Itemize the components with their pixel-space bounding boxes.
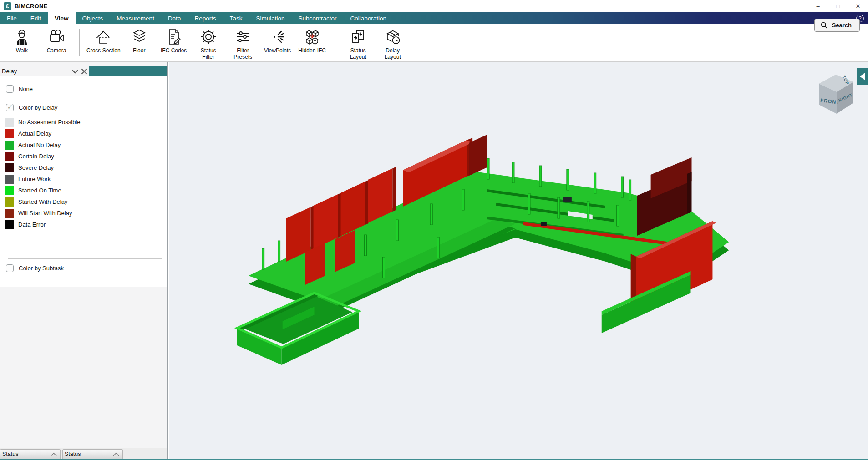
toolbar-button[interactable]: ViewPoints [260,27,295,54]
menu-item[interactable]: Task [223,12,249,24]
status-panel-header[interactable]: Status [62,449,123,459]
legend-row: Started On Time [0,185,167,196]
menu-item[interactable]: Subcontractor [292,12,344,24]
toolbar-label: Status Filter [201,47,216,61]
panel-header-accent [89,66,167,76]
menu-item[interactable]: Reports [188,12,223,24]
chevron-up-icon [51,452,57,456]
navigation-cube[interactable]: TOP FRONT RIGHT [814,68,858,118]
toolbar-icon [268,27,288,47]
toolbar-button[interactable]: Filter Presets [226,27,260,61]
toolbar: Walk Camera Cross Section Floor IFC Code… [0,24,868,62]
toolbar-label: Hidden IFC [298,47,326,54]
legend-label: No Assesment Possible [18,119,81,126]
color-by-subtask-checkbox[interactable] [6,264,14,272]
toolbar-button[interactable]: Status Filter [191,27,226,61]
status-panel-label: Status [2,451,18,457]
viewport-3d[interactable]: TOP FRONT RIGHT [169,62,868,459]
maximize-button[interactable]: □ [828,0,848,12]
menu-item[interactable]: Measurement [110,12,161,24]
color-by-subtask-option[interactable]: Color by Subtask [0,261,167,275]
app-title: BIMCRONE [15,3,47,10]
legend-label: Actual Delay [18,130,51,137]
legend-color-swatch [5,141,14,150]
status-panel-label: Status [65,451,81,457]
status-panel-header[interactable]: Status [0,449,61,459]
toolbar-icon [348,27,368,47]
legend-color-swatch [5,197,14,207]
legend-label: Will Start With Delay [18,210,72,217]
color-by-delay-checkbox[interactable] [6,104,14,111]
toolbar-button[interactable]: IFC Codes [157,27,191,54]
toolbar-label: ViewPoints [264,47,291,54]
close-panel-icon[interactable] [80,67,89,76]
close-button[interactable]: ✕ [848,0,868,12]
legend-color-swatch [5,209,14,218]
legend-row: Actual Delay [0,128,167,139]
legend-color-swatch [5,118,14,127]
separator [8,258,162,259]
legend-row: Severe Delay [0,162,167,173]
window-controls: – □ ✕ [808,0,868,12]
legend-label: Severe Delay [18,164,54,171]
toolbar-icon [12,27,32,47]
menu-item[interactable]: Collaboration [344,12,394,24]
toolbar-icon [233,27,253,47]
legend-row: Future Work [0,173,167,185]
none-checkbox[interactable] [6,85,14,93]
panel-expand-tab[interactable] [857,68,868,85]
delay-options: None Color by Delay No Assesment Possibl… [0,76,167,287]
chevron-up-icon [113,452,119,456]
toolbar-icon [383,27,403,47]
toolbar-label: Floor [133,47,145,54]
legend-row: Started With Delay [0,196,167,207]
legend-color-swatch [5,186,14,195]
color-by-delay-label: Color by Delay [19,104,57,111]
toolbar-button[interactable]: Floor [122,27,157,54]
legend-label: Data Error [18,221,46,228]
menu-item[interactable]: Edit [24,12,48,24]
search-button[interactable]: Search [814,19,860,32]
search-label: Search [832,22,852,29]
delay-panel-title: Delay [0,68,17,75]
toolbar-label: Walk [16,47,28,54]
legend-color-swatch [5,220,14,229]
legend-label: Started On Time [18,187,61,194]
toolbar-button[interactable]: Cross Section [85,27,122,54]
toolbar-icon [129,27,149,47]
legend-spacer [0,231,167,257]
legend-row: Data Error [0,219,167,230]
color-by-delay-option[interactable]: Color by Delay [0,100,167,115]
delay-panel: Delay None Color by Delay No Assesment [0,62,168,448]
chevron-down-icon[interactable] [71,67,80,76]
toolbar-button[interactable]: Delay Layout [376,27,410,61]
toolbar-label: Cross Section [86,47,121,54]
toolbar-icon [302,27,322,47]
legend-label: Certain Delay [18,153,54,160]
toolbar-label: Filter Presets [233,47,252,61]
menu-item[interactable]: View [48,12,76,24]
legend-color-swatch [5,129,14,138]
toolbar-icon [46,27,66,47]
legend-row: Actual No Delay [0,139,167,151]
legend-row: Certain Delay [0,151,167,162]
menu-item[interactable]: Objects [76,12,110,24]
toolbar-icon [198,27,218,47]
minimize-button[interactable]: – [808,0,828,12]
none-option[interactable]: None [0,81,167,96]
delay-legend: No Assesment Possible Actual Delay Actua… [0,115,167,231]
toolbar-button[interactable]: Walk [5,27,39,54]
menu-item[interactable]: Simulation [249,12,291,24]
status-bar: Status Status [0,448,168,459]
toolbar-button[interactable]: Camera [39,27,74,54]
search-icon [820,21,828,29]
menu-item[interactable]: Data [161,12,188,24]
menu-item[interactable]: File [0,12,24,24]
delay-panel-header: Delay [0,66,167,76]
building-model[interactable] [169,62,868,459]
legend-label: Started With Delay [18,198,67,205]
title-bar: 3 BIMCRONE – □ ✕ [0,0,868,12]
toolbar-button[interactable]: Status Layout [341,27,376,61]
toolbar-button[interactable]: Hidden IFC [295,27,330,54]
toolbar-label: Camera [47,47,66,54]
